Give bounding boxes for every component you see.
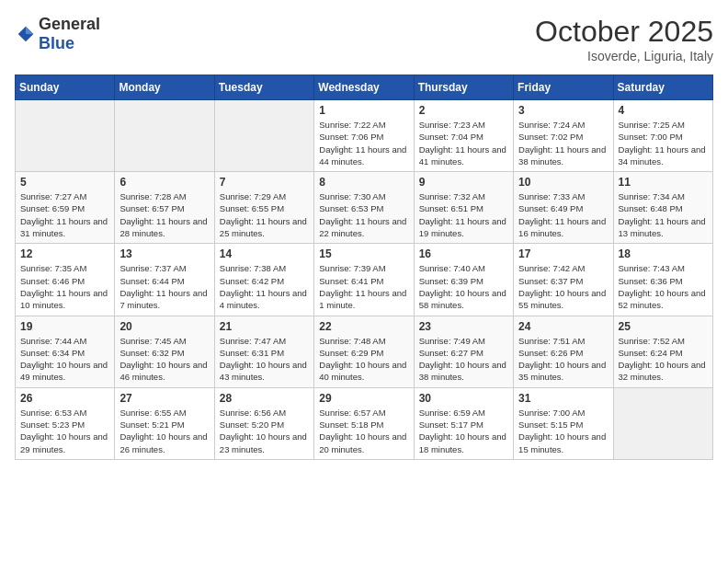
- day-number: 8: [319, 176, 408, 189]
- day-number: 1: [319, 104, 408, 117]
- day-cell: 30Sunrise: 6:59 AM Sunset: 5:17 PM Dayli…: [414, 387, 513, 459]
- day-info: Sunrise: 7:29 AM Sunset: 6:55 PM Dayligh…: [220, 190, 309, 239]
- location-subtitle: Isoverde, Liguria, Italy: [535, 49, 713, 63]
- day-number: 16: [419, 247, 508, 260]
- day-info: Sunrise: 7:35 AM Sunset: 6:46 PM Dayligh…: [20, 262, 109, 311]
- day-cell: 19Sunrise: 7:44 AM Sunset: 6:34 PM Dayli…: [16, 316, 115, 387]
- day-info: Sunrise: 6:55 AM Sunset: 5:21 PM Dayligh…: [119, 407, 209, 455]
- logo-general: General Blue: [39, 15, 100, 53]
- day-info: Sunrise: 7:49 AM Sunset: 6:27 PM Dayligh…: [419, 335, 508, 384]
- day-cell: 13Sunrise: 7:37 AM Sunset: 6:44 PM Dayli…: [115, 244, 214, 316]
- day-cell: 2Sunrise: 7:23 AM Sunset: 7:04 PM Daylig…: [414, 100, 513, 172]
- day-cell: [115, 100, 214, 172]
- weekday-header-sunday: Sunday: [16, 75, 115, 100]
- day-number: 6: [119, 176, 209, 189]
- day-cell: 25Sunrise: 7:52 AM Sunset: 6:24 PM Dayli…: [613, 316, 712, 387]
- day-info: Sunrise: 7:00 AM Sunset: 5:15 PM Dayligh…: [518, 407, 608, 455]
- day-cell: 14Sunrise: 7:38 AM Sunset: 6:42 PM Dayli…: [214, 244, 313, 316]
- day-info: Sunrise: 7:38 AM Sunset: 6:42 PM Dayligh…: [220, 262, 309, 311]
- day-cell: 27Sunrise: 6:55 AM Sunset: 5:21 PM Dayli…: [115, 387, 214, 459]
- week-row-2: 5Sunrise: 7:27 AM Sunset: 6:59 PM Daylig…: [16, 172, 713, 244]
- day-cell: 29Sunrise: 6:57 AM Sunset: 5:18 PM Dayli…: [314, 387, 414, 459]
- day-cell: 10Sunrise: 7:33 AM Sunset: 6:49 PM Dayli…: [514, 172, 613, 244]
- day-info: Sunrise: 7:52 AM Sunset: 6:24 PM Dayligh…: [619, 335, 708, 384]
- logo-icon: [17, 25, 35, 43]
- day-cell: 6Sunrise: 7:28 AM Sunset: 6:57 PM Daylig…: [115, 172, 214, 244]
- week-row-5: 26Sunrise: 6:53 AM Sunset: 5:23 PM Dayli…: [16, 387, 713, 459]
- day-cell: 4Sunrise: 7:25 AM Sunset: 7:00 PM Daylig…: [613, 100, 712, 172]
- day-info: Sunrise: 6:53 AM Sunset: 5:23 PM Dayligh…: [20, 407, 109, 455]
- weekday-header-tuesday: Tuesday: [214, 75, 313, 100]
- weekday-header-wednesday: Wednesday: [314, 75, 414, 100]
- day-cell: 11Sunrise: 7:34 AM Sunset: 6:48 PM Dayli…: [613, 172, 712, 244]
- day-cell: 23Sunrise: 7:49 AM Sunset: 6:27 PM Dayli…: [414, 316, 513, 387]
- day-cell: 5Sunrise: 7:27 AM Sunset: 6:59 PM Daylig…: [16, 172, 115, 244]
- day-cell: 31Sunrise: 7:00 AM Sunset: 5:15 PM Dayli…: [514, 387, 613, 459]
- day-info: Sunrise: 7:40 AM Sunset: 6:39 PM Dayligh…: [419, 262, 508, 311]
- day-cell: 3Sunrise: 7:24 AM Sunset: 7:02 PM Daylig…: [514, 100, 613, 172]
- day-number: 18: [619, 247, 708, 260]
- day-number: 19: [20, 320, 109, 333]
- day-info: Sunrise: 7:37 AM Sunset: 6:44 PM Dayligh…: [119, 262, 209, 311]
- day-cell: 17Sunrise: 7:42 AM Sunset: 6:37 PM Dayli…: [514, 244, 613, 316]
- day-cell: 21Sunrise: 7:47 AM Sunset: 6:31 PM Dayli…: [214, 316, 313, 387]
- day-number: 2: [419, 104, 508, 117]
- weekday-header-saturday: Saturday: [613, 75, 712, 100]
- day-number: 31: [518, 392, 608, 405]
- day-number: 12: [20, 247, 109, 260]
- weekday-header-row: SundayMondayTuesdayWednesdayThursdayFrid…: [16, 75, 713, 100]
- day-info: Sunrise: 7:22 AM Sunset: 7:06 PM Dayligh…: [319, 119, 408, 167]
- day-number: 14: [220, 247, 309, 260]
- day-cell: [16, 100, 115, 172]
- day-info: Sunrise: 7:28 AM Sunset: 6:57 PM Dayligh…: [119, 190, 209, 239]
- day-info: Sunrise: 7:23 AM Sunset: 7:04 PM Dayligh…: [419, 119, 508, 167]
- day-number: 28: [220, 392, 309, 405]
- day-number: 13: [119, 247, 209, 260]
- day-cell: [214, 100, 313, 172]
- day-cell: 15Sunrise: 7:39 AM Sunset: 6:41 PM Dayli…: [314, 244, 414, 316]
- day-info: Sunrise: 6:57 AM Sunset: 5:18 PM Dayligh…: [319, 407, 408, 455]
- day-number: 21: [220, 320, 309, 333]
- svg-marker-1: [26, 27, 33, 34]
- day-cell: 18Sunrise: 7:43 AM Sunset: 6:36 PM Dayli…: [613, 244, 712, 316]
- day-cell: 7Sunrise: 7:29 AM Sunset: 6:55 PM Daylig…: [214, 172, 313, 244]
- day-cell: 9Sunrise: 7:32 AM Sunset: 6:51 PM Daylig…: [414, 172, 513, 244]
- day-number: 15: [319, 247, 408, 260]
- weekday-header-friday: Friday: [514, 75, 613, 100]
- day-number: 9: [419, 176, 508, 189]
- day-number: 11: [619, 176, 708, 189]
- day-number: 10: [518, 176, 608, 189]
- day-number: 26: [20, 392, 109, 405]
- day-info: Sunrise: 7:25 AM Sunset: 7:00 PM Dayligh…: [619, 119, 708, 167]
- day-number: 22: [319, 320, 408, 333]
- day-number: 24: [518, 320, 608, 333]
- day-number: 23: [419, 320, 508, 333]
- day-number: 5: [20, 176, 109, 189]
- day-info: Sunrise: 7:45 AM Sunset: 6:32 PM Dayligh…: [119, 335, 209, 384]
- day-cell: [613, 387, 712, 459]
- day-info: Sunrise: 6:59 AM Sunset: 5:17 PM Dayligh…: [419, 407, 508, 455]
- day-number: 25: [619, 320, 708, 333]
- day-number: 20: [119, 320, 209, 333]
- day-cell: 1Sunrise: 7:22 AM Sunset: 7:06 PM Daylig…: [314, 100, 414, 172]
- day-info: Sunrise: 7:33 AM Sunset: 6:49 PM Dayligh…: [518, 190, 608, 239]
- day-number: 30: [419, 392, 508, 405]
- day-cell: 12Sunrise: 7:35 AM Sunset: 6:46 PM Dayli…: [16, 244, 115, 316]
- calendar-table: SundayMondayTuesdayWednesdayThursdayFrid…: [15, 75, 713, 460]
- day-info: Sunrise: 7:51 AM Sunset: 6:26 PM Dayligh…: [518, 335, 608, 384]
- weekday-header-monday: Monday: [115, 75, 214, 100]
- day-number: 17: [518, 247, 608, 260]
- day-cell: 24Sunrise: 7:51 AM Sunset: 6:26 PM Dayli…: [514, 316, 613, 387]
- day-info: Sunrise: 7:24 AM Sunset: 7:02 PM Dayligh…: [518, 119, 608, 167]
- day-info: Sunrise: 7:44 AM Sunset: 6:34 PM Dayligh…: [20, 335, 109, 384]
- day-cell: 22Sunrise: 7:48 AM Sunset: 6:29 PM Dayli…: [314, 316, 414, 387]
- day-info: Sunrise: 7:47 AM Sunset: 6:31 PM Dayligh…: [220, 335, 309, 384]
- day-info: Sunrise: 7:39 AM Sunset: 6:41 PM Dayligh…: [319, 262, 408, 311]
- day-info: Sunrise: 6:56 AM Sunset: 5:20 PM Dayligh…: [220, 407, 309, 455]
- day-info: Sunrise: 7:43 AM Sunset: 6:36 PM Dayligh…: [619, 262, 708, 311]
- day-number: 3: [518, 104, 608, 117]
- day-cell: 28Sunrise: 6:56 AM Sunset: 5:20 PM Dayli…: [214, 387, 313, 459]
- day-number: 27: [119, 392, 209, 405]
- day-info: Sunrise: 7:32 AM Sunset: 6:51 PM Dayligh…: [419, 190, 508, 239]
- day-info: Sunrise: 7:27 AM Sunset: 6:59 PM Dayligh…: [20, 190, 109, 239]
